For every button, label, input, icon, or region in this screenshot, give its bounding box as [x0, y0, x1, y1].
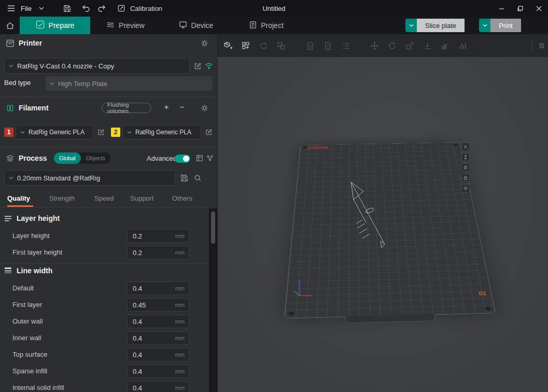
plate-name-icon[interactable]: [461, 163, 470, 172]
setting-unit: mm: [175, 302, 185, 308]
home-button[interactable]: [0, 17, 20, 34]
svg-text:D: D: [308, 44, 312, 49]
filament-2-edit-icon[interactable]: [204, 128, 214, 137]
search-icon[interactable]: [193, 173, 202, 183]
tab-prepare-label: Prepare: [49, 21, 75, 30]
section-title: Line width: [17, 267, 52, 275]
printer-settings-gear-icon[interactable]: [200, 38, 209, 48]
scale-icon[interactable]: [402, 38, 417, 53]
minimize-button[interactable]: [492, 0, 511, 17]
setting-input[interactable]: 0.2 mm: [127, 246, 189, 259]
lay-flat-icon[interactable]: [420, 38, 434, 53]
setting-row: Inner wall 0.4 mm: [0, 331, 208, 345]
scope-global-pill[interactable]: Global: [54, 152, 81, 164]
setting-input[interactable]: 0.4 mm: [127, 282, 189, 295]
bed-type-select[interactable]: High Temp Plate: [46, 76, 213, 91]
filament-1-edit-icon[interactable]: [96, 128, 106, 137]
setting-input[interactable]: 0.4 mm: [127, 315, 189, 328]
setting-input[interactable]: 0.45 mm: [127, 298, 189, 312]
add-plate-icon[interactable]: [238, 38, 253, 53]
slice-plate-button[interactable]: Slice plate: [405, 19, 472, 32]
setting-row: Default 0.4 mm: [0, 281, 208, 296]
filament-1-select[interactable]: RatRig Generic PLA: [16, 125, 93, 139]
setting-input[interactable]: 0.4 mm: [127, 348, 189, 361]
tab-project[interactable]: Project: [231, 17, 302, 34]
plate-lock-icon[interactable]: [461, 174, 470, 182]
maximize-button[interactable]: [511, 0, 529, 17]
calibration-button[interactable]: Calibration: [116, 3, 162, 14]
printer-preset-select[interactable]: RatRig V-Cast 0.4 nozzle - Copy: [4, 58, 190, 74]
template-p-icon[interactable]: P: [320, 38, 335, 53]
hamburger-menu-icon[interactable]: [5, 3, 17, 14]
plate-delete-icon[interactable]: [461, 143, 470, 151]
variable-layer-height-icon[interactable]: [455, 38, 470, 53]
redo-icon[interactable]: [96, 3, 107, 14]
tab-speed[interactable]: Speed: [94, 194, 114, 202]
process-section-title: Process: [19, 154, 47, 162]
bed-type-label: Bed type: [4, 79, 31, 87]
filament-2-badge[interactable]: 2: [111, 128, 120, 137]
tab-strength[interactable]: Strength: [49, 194, 75, 202]
scope-objects-pill[interactable]: Objects: [81, 152, 110, 164]
filament-2-select[interactable]: RatRig Generic PLA: [122, 125, 201, 139]
scene-3d[interactable]: Untitled 01: [218, 57, 548, 392]
settings-scrollbar[interactable]: [209, 208, 217, 392]
cut-icon[interactable]: [438, 38, 452, 53]
rotate-icon[interactable]: [385, 38, 399, 53]
nav-tab-bar: Prepare Preview Device Project: [0, 17, 548, 34]
move-icon[interactable]: [367, 38, 382, 53]
tab-device[interactable]: Device: [161, 17, 231, 34]
chevron-down-icon: [9, 64, 13, 67]
file-menu[interactable]: File: [21, 5, 32, 12]
filament-settings-gear-icon[interactable]: [200, 103, 209, 113]
slice-print-actions: Slice plate Print: [405, 19, 529, 32]
toolbar-separator: [532, 40, 532, 51]
add-filament-icon[interactable]: +: [162, 103, 171, 112]
close-button[interactable]: [529, 0, 548, 17]
printer-edit-icon[interactable]: [193, 61, 202, 71]
process-preset-select[interactable]: 0.20mm Standard @RatRig: [4, 170, 175, 186]
tab-quality[interactable]: Quality: [7, 194, 30, 202]
process-scope-toggle: Global Objects: [54, 152, 110, 164]
plate-move-icon[interactable]: [461, 153, 470, 161]
slice-dropdown-chevron-icon[interactable]: [405, 19, 417, 32]
tab-others[interactable]: Others: [172, 194, 192, 202]
setting-input[interactable]: 0.2 mm: [127, 229, 189, 243]
process-flow-icon[interactable]: [205, 153, 215, 163]
tab-prepare[interactable]: Prepare: [20, 17, 90, 34]
chevron-down-icon[interactable]: [36, 3, 47, 14]
setting-input[interactable]: 0.4 mm: [127, 381, 189, 392]
filament-1-badge[interactable]: 1: [4, 128, 13, 137]
object-list-icon[interactable]: [338, 38, 353, 53]
template-d-icon[interactable]: D: [303, 38, 317, 53]
setting-input[interactable]: 0.4 mm: [127, 365, 189, 378]
tab-preview[interactable]: Preview: [90, 17, 161, 34]
layer-height-section-header: Layer height: [0, 212, 208, 225]
print-dropdown-chevron-icon[interactable]: [479, 19, 490, 32]
scrollbar-thumb[interactable]: [211, 212, 215, 244]
save-preset-icon[interactable]: [179, 173, 189, 183]
add-object-icon[interactable]: [221, 38, 235, 53]
parameter-table-icon[interactable]: [195, 153, 204, 163]
save-icon[interactable]: [62, 3, 73, 14]
advanced-toggle[interactable]: [175, 155, 190, 163]
undo-icon[interactable]: [80, 3, 92, 14]
plate-screw: [288, 312, 294, 316]
auto-orient-icon[interactable]: [256, 38, 271, 53]
setting-value: 0.2: [133, 249, 175, 257]
printer-wifi-icon[interactable]: [204, 61, 214, 71]
merge-objects-icon[interactable]: [274, 38, 288, 53]
flushing-volumes-label: Flushing volumes: [107, 102, 146, 114]
flushing-volumes-button[interactable]: Flushing volumes: [102, 103, 151, 113]
calibration-label: Calibration: [130, 5, 162, 12]
line-width-section-header: Line width: [0, 263, 208, 277]
remove-filament-icon[interactable]: −: [177, 103, 187, 112]
setting-unit: mm: [175, 318, 185, 325]
toolbar-partial-icon[interactable]: B: [536, 41, 548, 50]
plate-settings-icon[interactable]: [461, 184, 470, 192]
setting-input[interactable]: 0.4 mm: [127, 331, 189, 345]
print-button[interactable]: Print: [479, 19, 529, 32]
tab-support[interactable]: Support: [130, 194, 154, 202]
chevron-down-icon: [20, 131, 25, 134]
section-title: Layer height: [17, 214, 60, 222]
